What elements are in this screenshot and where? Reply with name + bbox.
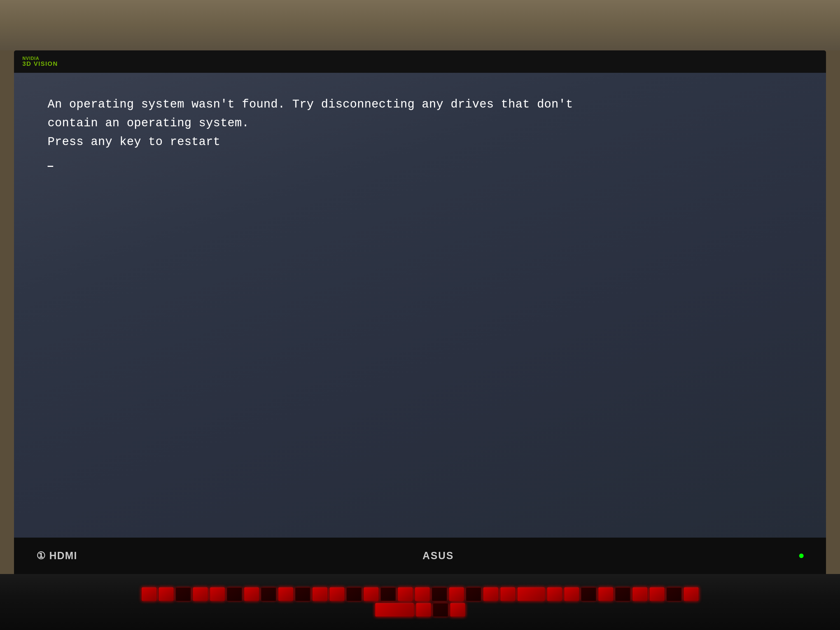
- key-33[interactable]: [433, 603, 448, 617]
- error-line-1: An operating system wasn't found. Try di…: [47, 95, 793, 114]
- keyboard: [140, 587, 700, 617]
- key-20[interactable]: [466, 587, 481, 601]
- key-17[interactable]: [415, 587, 430, 601]
- key-3[interactable]: [175, 587, 191, 601]
- blinking-cursor: [47, 166, 53, 167]
- nvidia-logo: NVIDIA 3D VISION: [22, 56, 58, 67]
- key-10[interactable]: [295, 587, 311, 601]
- asus-logo: ASUS: [423, 550, 454, 562]
- key-19[interactable]: [449, 587, 464, 601]
- monitor: NVIDIA 3D VISION An operating system was…: [14, 51, 826, 574]
- key-wide-1[interactable]: [517, 587, 545, 601]
- hdmi-label: ① HDMI: [36, 550, 77, 562]
- key-31[interactable]: [684, 587, 699, 601]
- hdmi-label-wrapper: ① HDMI: [36, 550, 77, 562]
- error-line-2: contain an operating system.: [47, 114, 793, 133]
- key-29[interactable]: [649, 587, 665, 601]
- key-5[interactable]: [210, 587, 225, 601]
- key-space[interactable]: [375, 603, 414, 617]
- key-4[interactable]: [193, 587, 208, 601]
- key-23[interactable]: [547, 587, 562, 601]
- error-message-container: An operating system wasn't found. Try di…: [47, 95, 793, 152]
- key-15[interactable]: [381, 587, 396, 601]
- key-14[interactable]: [363, 587, 379, 601]
- key-30[interactable]: [666, 587, 682, 601]
- key-18[interactable]: [432, 587, 447, 601]
- key-22[interactable]: [500, 587, 515, 601]
- key-28[interactable]: [632, 587, 647, 601]
- cursor-line: [47, 155, 793, 168]
- key-2[interactable]: [158, 587, 174, 601]
- key-25[interactable]: [581, 587, 597, 601]
- keyboard-area: [0, 574, 840, 630]
- key-7[interactable]: [244, 587, 259, 601]
- key-32[interactable]: [416, 603, 431, 617]
- key-24[interactable]: [564, 587, 579, 601]
- key-21[interactable]: [483, 587, 498, 601]
- monitor-screen: An operating system wasn't found. Try di…: [14, 73, 826, 538]
- monitor-top-bar: NVIDIA 3D VISION: [14, 51, 826, 73]
- wall-background: [0, 0, 840, 51]
- key-8[interactable]: [261, 587, 276, 601]
- key-6[interactable]: [227, 587, 242, 601]
- key-9[interactable]: [278, 587, 294, 601]
- key-13[interactable]: [346, 587, 362, 601]
- key-12[interactable]: [329, 587, 345, 601]
- key-26[interactable]: [598, 587, 613, 601]
- key-16[interactable]: [398, 587, 413, 601]
- vision-brand-text: 3D VISION: [22, 61, 58, 67]
- key-27[interactable]: [615, 587, 630, 601]
- monitor-bottom-bar: ① HDMI ASUS: [14, 538, 826, 574]
- key-1[interactable]: [141, 587, 157, 601]
- error-line-3: Press any key to restart: [47, 133, 793, 152]
- key-34[interactable]: [450, 603, 465, 617]
- power-led: [799, 554, 804, 558]
- key-11[interactable]: [312, 587, 328, 601]
